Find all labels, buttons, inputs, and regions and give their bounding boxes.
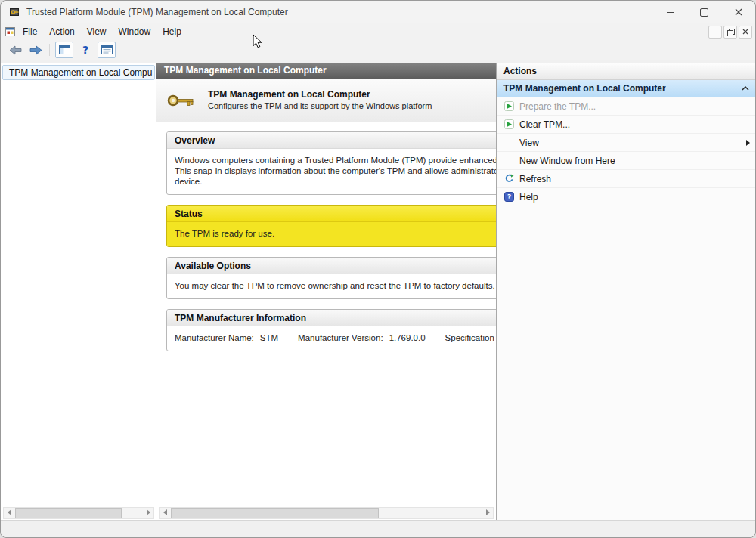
minimize-icon [713,32,718,32]
status-text: The TPM is ready for use. [167,222,497,246]
console-tree-icon [59,45,70,54]
statusbar-separator [596,523,596,535]
results-pane: TPM Management on Local Computer TPM Man… [156,63,497,521]
menu-help[interactable]: Help [156,25,187,39]
scroll-right-button[interactable] [482,508,493,517]
manufacturer-fields: Manufacturer Name:STMManufacturer Versio… [167,326,497,351]
workarea: TPM Management on Local Compu TPM Manage… [1,60,755,521]
action-label: Clear TPM... [519,119,570,130]
menu-view[interactable]: View [81,25,113,39]
scroll-right-button[interactable] [143,508,153,517]
action-view[interactable]: View [497,134,755,152]
action-refresh[interactable]: Refresh [497,170,755,188]
close-icon [735,8,742,16]
manufacturer-version-value: 1.769.0.0 [389,333,426,342]
menu-file[interactable]: File [17,25,43,39]
action-label: Help [519,192,538,203]
scroll-right-icon [486,509,490,515]
tree-item-tpm-root[interactable]: TPM Management on Local Compu [2,65,155,80]
available-options-title: Available Options [167,258,497,274]
action-label: Refresh [519,174,551,184]
key-icon [167,91,194,110]
child-restore-button[interactable] [723,26,737,39]
action-clear-tpm[interactable]: Clear TPM... [497,116,755,134]
scroll-left-button[interactable] [160,508,170,517]
maximize-icon [700,8,708,17]
available-options-text: You may clear the TPM to remove ownershi… [167,274,497,298]
minimize-button[interactable] [653,1,687,23]
overview-text-line2: This snap-in displays information about … [175,165,492,176]
overview-text-line3: device. [175,176,492,187]
action-label: New Window from Here [519,156,615,166]
action-label: View [519,138,539,148]
scroll-left-icon [163,509,167,515]
manufacturer-title: TPM Manufacturer Information [167,310,497,326]
scroll-left-icon [8,509,11,515]
console-tree-panel: TPM Management on Local Compu [1,63,157,521]
results-pane-header: TPM Management on Local Computer [156,63,496,79]
menubar: File Action View Window Help [1,23,755,41]
actions-pane-title: Actions [497,63,755,80]
svg-text:?: ? [507,193,511,201]
intro-subtitle: Configures the TPM and its support by th… [208,100,432,112]
collapse-chevron-icon [742,86,749,91]
overview-text-line1: Windows computers containing a Trusted P… [175,155,492,165]
scrollbar-thumb[interactable] [15,508,122,518]
manufacturer-version-label: Manufacturer Version: [298,333,383,342]
submenu-arrow-icon [746,140,750,146]
close-icon [742,29,748,35]
menu-window[interactable]: Window [113,25,157,39]
go-arrow-icon [503,101,515,111]
available-options-section: Available Options You may clear the TPM … [166,257,497,299]
manufacturer-name-label: Manufacturer Name: [175,333,254,342]
manufacturer-section: TPM Manufacturer Information Manufacture… [166,309,497,351]
back-icon [9,45,22,55]
close-button[interactable] [721,1,755,23]
action-help[interactable]: ? Help [497,188,755,206]
intro-title: TPM Management on Local Computer [208,89,432,100]
statusbar-separator [674,523,674,535]
child-close-button[interactable] [739,26,752,39]
standard-view-button[interactable] [98,42,116,58]
console-doc-icon [5,27,15,36]
overview-title: Overview [167,132,497,149]
status-section: Status The TPM is ready for use. [166,205,497,247]
help-icon: ? [82,44,88,56]
manufacturer-name-value: STM [260,333,278,342]
tree-item-label: TPM Management on Local Compu [9,67,152,78]
overview-section: Overview Windows computers containing a … [166,131,497,195]
actions-group-label: TPM Management on Local Computer [503,83,666,94]
intro-banner: TPM Management on Local Computer Configu… [156,79,496,122]
refresh-icon [503,174,515,184]
status-title: Status [167,206,497,222]
titlebar: Trusted Platform Module (TPM) Management… [1,1,755,23]
action-new-window[interactable]: New Window from Here [497,152,755,170]
show-console-tree-button[interactable] [55,42,73,58]
results-horizontal-scrollbar[interactable] [159,507,494,519]
action-prepare-tpm[interactable]: Prepare the TPM... [497,97,755,116]
child-minimize-button[interactable] [708,26,722,39]
maximize-button[interactable] [687,1,721,23]
forward-icon [29,45,42,55]
toolbar: ? [1,40,755,60]
content-sections: Overview Windows computers containing a … [156,122,496,351]
scroll-left-button[interactable] [4,508,14,517]
restore-icon [727,29,733,35]
forward-button[interactable] [27,42,44,57]
statusbar [1,520,755,537]
scrollbar-thumb[interactable] [171,508,379,518]
help-icon: ? [503,192,515,202]
scroll-right-icon [147,509,150,515]
actions-pane: Actions TPM Management on Local Computer… [497,63,755,521]
help-toolbar-button[interactable]: ? [77,42,94,57]
back-button[interactable] [7,42,23,57]
action-label: Prepare the TPM... [519,101,596,112]
toolbar-separator [49,44,50,56]
spec-version-label: Specification Ver [445,333,497,342]
window-list-icon [101,45,113,54]
mmc-window: Trusted Platform Module (TPM) Management… [0,0,756,538]
minimize-icon [667,12,674,13]
actions-group-header[interactable]: TPM Management on Local Computer [497,80,755,97]
tree-horizontal-scrollbar[interactable] [3,507,154,519]
menu-action[interactable]: Action [43,25,80,39]
